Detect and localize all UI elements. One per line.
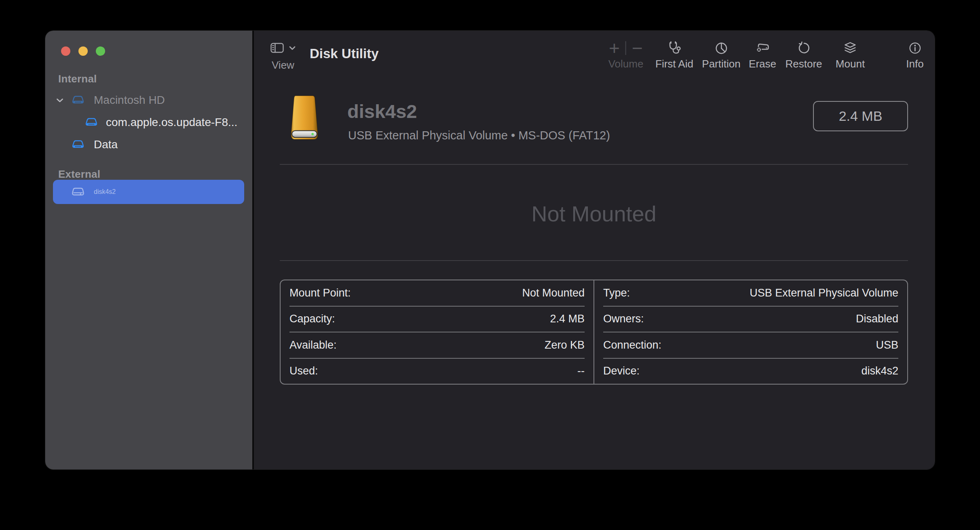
mount-stack-icon [843,41,858,55]
disk-utility-window: Internal Macintosh HD [45,31,935,469]
internal-drive-icon [71,95,85,105]
row-value: disk4s2 [861,365,898,377]
row-label: Available: [289,339,337,351]
external-drive-icon [71,187,85,197]
pie-chart-icon [714,41,729,55]
row-label: Mount Point: [289,287,351,299]
restore-button[interactable]: Restore [785,40,822,70]
table-row: Owners: Disabled [603,307,898,333]
row-value: Zero KB [545,339,585,351]
restore-arrow-icon [796,41,811,55]
capacity-badge: 2.4 MB [813,101,908,131]
internal-drive-icon [84,117,98,128]
table-row: Available: Zero KB [289,332,585,359]
sidebar-toggle-icon [270,43,284,53]
row-label: Device: [603,365,640,377]
info-table-right-column: Type: USB External Physical Volume Owner… [594,280,907,384]
minus-icon[interactable]: − [632,39,643,57]
chevron-down-icon [289,46,296,50]
erase-drive-icon [754,41,771,55]
window-controls [61,46,105,56]
info-circle-icon [908,41,922,55]
stethoscope-icon [667,41,682,55]
sidebar-item-os-update[interactable]: com.apple.os.update-F8... [45,111,252,134]
sidebar-item-data[interactable]: Data [45,133,252,156]
table-row: Capacity: 2.4 MB [289,307,585,333]
view-button[interactable]: View [270,43,296,72]
volume-description: USB External Physical Volume • MS-DOS (F… [348,129,610,142]
partition-button[interactable]: Partition [702,40,740,70]
sidebar-item-label: com.apple.os.update-F8... [106,116,237,129]
table-row: Device: disk4s2 [603,359,898,384]
window-title: Disk Utility [310,46,379,61]
zoom-button[interactable] [96,46,105,56]
table-row: Type: USB External Physical Volume [603,280,898,307]
sidebar-section-internal: Internal [58,73,97,85]
info-button[interactable]: Info [906,40,923,70]
mount-button[interactable]: Mount [836,40,865,70]
row-label: Type: [603,287,630,299]
first-aid-button[interactable]: First Aid [655,40,693,70]
volume-info-table: Mount Point: Not Mounted Capacity: 2.4 M… [280,280,908,385]
volume-title: disk4s2 [347,100,417,122]
external-drive-image [281,95,327,142]
button-divider [625,41,626,55]
row-label: Used: [289,365,318,377]
sidebar-item-disk4s2[interactable]: disk4s2 [53,180,244,204]
row-value: USB [876,339,898,351]
sidebar: Internal Macintosh HD [45,31,252,469]
main-panel: View Disk Utility + − Volume F [254,31,935,469]
separator-line [280,164,908,165]
sidebar-item-label: Macintosh HD [94,94,165,107]
info-table-left-column: Mount Point: Not Mounted Capacity: 2.4 M… [281,280,594,384]
sidebar-item-macintosh-hd[interactable]: Macintosh HD [45,89,252,111]
sidebar-item-label: Data [94,138,118,151]
separator-line [280,260,908,261]
plus-icon[interactable]: + [609,39,620,57]
row-value: Disabled [856,313,898,325]
mount-status-message: Not Mounted [280,201,908,226]
row-value: 2.4 MB [550,313,585,325]
internal-drive-icon [71,139,85,150]
sidebar-item-label: disk4s2 [94,188,116,196]
add-remove-volume-icon: + − [609,40,643,57]
row-label: Connection: [603,339,661,351]
row-label: Capacity: [289,313,335,325]
row-value: -- [577,365,585,377]
close-button[interactable] [61,46,70,56]
erase-button[interactable]: Erase [749,40,776,70]
chevron-down-icon[interactable] [56,98,63,103]
table-row: Connection: USB [603,332,898,359]
row-value: Not Mounted [522,287,585,299]
volume-button-group[interactable]: + − Volume [608,40,644,70]
row-label: Owners: [603,313,644,325]
sidebar-section-external: External [58,168,100,181]
minimize-button[interactable] [78,46,88,56]
row-value: USB External Physical Volume [750,287,898,299]
view-button-label: View [272,59,296,72]
table-row: Used: -- [289,359,585,384]
table-row: Mount Point: Not Mounted [289,280,585,307]
